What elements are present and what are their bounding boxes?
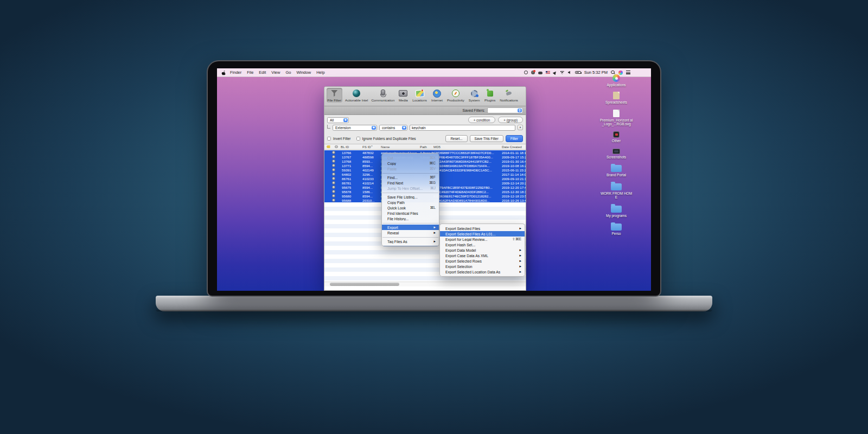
context-menu-item[interactable]: Export xyxy=(382,225,439,230)
toolbar-item[interactable]: Communication xyxy=(371,88,395,103)
context-menu-item[interactable]: Reveal xyxy=(382,230,439,235)
toolbar-item[interactable]: Productivity xyxy=(446,88,465,103)
menu-bar-item[interactable]: Edit xyxy=(259,70,266,75)
column-header[interactable]: Name xyxy=(381,145,420,149)
ignore-folders-checkbox[interactable] xyxy=(356,137,360,141)
context-menu-item[interactable]: Find... ⌘F xyxy=(382,175,439,180)
context-menu-item[interactable]: Find Identical Files xyxy=(382,210,439,216)
column-header[interactable]: Date Created xyxy=(502,145,526,149)
context-menu-item[interactable]: Copy ⌘C xyxy=(382,161,439,166)
context-menu-item[interactable] xyxy=(382,237,438,238)
add-condition-button[interactable]: + condition xyxy=(468,117,496,123)
browser-circle-icon[interactable] xyxy=(524,71,528,74)
toolbar-item-label: Actionable Intel xyxy=(345,98,368,102)
context-menu-item[interactable]: Quick Look ⌘L xyxy=(382,205,439,210)
horizontal-scrollbar[interactable] xyxy=(324,282,526,286)
toolbar-item[interactable]: File Filter xyxy=(327,88,342,103)
toolbar-item[interactable]: System xyxy=(468,88,481,103)
submenu-item[interactable]: Export Hash Set... xyxy=(440,242,525,247)
submenu-item[interactable]: Export Case Data As XML xyxy=(440,253,525,258)
context-menu-item[interactable]: Copy Path xyxy=(382,200,439,205)
context-menu: Cut ⌘X Copy ⌘C Paste ⌘V xyxy=(381,153,439,246)
apple-logo-icon[interactable] xyxy=(221,70,226,75)
toolbar-item[interactable]: Notifications xyxy=(499,88,519,103)
submenu-item[interactable]: Export Selection xyxy=(440,264,525,269)
reset-button[interactable]: Reset... xyxy=(445,135,467,142)
submenu-arrow-icon xyxy=(519,226,521,231)
battery-icon[interactable] xyxy=(575,71,581,74)
red-badge-app-icon[interactable] xyxy=(531,71,535,74)
desktop-icon[interactable]: Other xyxy=(612,131,621,143)
context-menu-item[interactable]: Tag Files As xyxy=(382,239,439,244)
toolbar-item[interactable]: Locations xyxy=(412,88,427,103)
toolbar-item-label: Internet xyxy=(431,98,443,102)
toolbar-icon xyxy=(379,89,387,98)
file-badge-icon xyxy=(332,164,335,167)
column-header[interactable]: BL ID xyxy=(341,145,362,149)
remove-condition-button[interactable]: ✕ xyxy=(518,125,523,130)
desktop-icon[interactable]: Applications xyxy=(607,74,626,87)
context-menu-item[interactable]: Find Next ⌘G xyxy=(382,180,439,186)
context-menu-item[interactable] xyxy=(382,193,438,193)
cloud-icon[interactable] xyxy=(538,72,542,74)
us-flag-icon[interactable] xyxy=(546,71,550,74)
menu-bar-item[interactable]: Window xyxy=(296,70,311,75)
filter-button[interactable]: Filter xyxy=(506,135,523,142)
save-this-filter-button[interactable]: Save This Filter xyxy=(470,135,503,142)
menu-bar-item[interactable]: Finder xyxy=(230,70,241,75)
file-badge-icon xyxy=(332,186,335,189)
desktop-icon[interactable]: Screenshots xyxy=(607,148,626,159)
saved-filters-select[interactable] xyxy=(487,107,523,113)
context-menu-item[interactable] xyxy=(382,173,438,174)
column-header[interactable]: MD5 xyxy=(433,145,502,149)
field-select[interactable]: Extension xyxy=(333,125,377,131)
context-menu-item[interactable]: Jump To Hex Offset... ⌘J xyxy=(382,186,439,191)
toolbar-item[interactable]: Plugins xyxy=(483,88,496,103)
menu-bar-item[interactable]: View xyxy=(271,70,280,75)
toolbar-item[interactable]: Actionable Intel xyxy=(345,88,368,103)
submenu-item[interactable]: Export Selected Location Data As xyxy=(440,269,525,275)
filter-value-input[interactable] xyxy=(410,125,515,131)
context-menu-item[interactable] xyxy=(382,223,438,224)
location-arrow-icon[interactable] xyxy=(552,70,557,74)
submenu-item[interactable]: Export Selected Files xyxy=(440,226,525,231)
desktop-icon[interactable]: My programs xyxy=(606,205,627,218)
scrollbar-thumb[interactable] xyxy=(330,283,399,286)
desktop-icon-label: Screenshots xyxy=(607,155,626,159)
laptop-lid: FinderFileEditViewGoWindowHelp Sun 5:32 … xyxy=(208,61,660,296)
sort-indicator-icon: ^ xyxy=(371,145,373,148)
submenu-item[interactable]: Export Data Model xyxy=(440,247,525,253)
submenu-item[interactable]: Export for Legal Review... ⇧⌘E xyxy=(440,237,525,242)
desktop-icon[interactable]: Spreadsheets xyxy=(605,92,627,105)
context-menu-item[interactable]: Save File Listing... xyxy=(382,194,439,200)
toolbar-item[interactable]: Internet xyxy=(430,88,444,103)
submenu-item[interactable]: Export Selected Files As L01... xyxy=(440,231,525,237)
toolbar-icon xyxy=(470,89,478,98)
menu-list-icon[interactable] xyxy=(626,71,630,74)
desktop-icon[interactable]: Premium_Horizont al_Logo_...RGB.svg xyxy=(599,110,633,127)
column-header[interactable]: Path xyxy=(420,145,433,149)
wifi-icon[interactable] xyxy=(560,71,565,74)
toolbar-item[interactable]: Media xyxy=(398,88,409,103)
add-group-button[interactable]: + (group) xyxy=(498,117,523,123)
menu-bar-item[interactable]: Go xyxy=(285,70,291,75)
desktop-icon[interactable]: Perso xyxy=(611,222,622,236)
tag-column-icon[interactable] xyxy=(324,145,332,148)
desktop-icon-glyph xyxy=(613,92,620,99)
invert-filter-checkbox[interactable] xyxy=(327,137,331,141)
desktop-icon-label: Perso xyxy=(612,232,621,236)
desktop-icon[interactable]: Brand Portal xyxy=(607,164,626,177)
menu-bar-item[interactable]: Help xyxy=(316,70,324,75)
operator-select[interactable]: contains xyxy=(379,125,407,131)
submenu-item[interactable]: Export Selected Rows xyxy=(440,258,525,264)
desktop-icon[interactable]: WORK FROM HOME xyxy=(599,182,633,200)
menu-bar-item[interactable]: File xyxy=(247,70,253,75)
context-menu-item[interactable]: File History... xyxy=(382,216,439,221)
volume-icon[interactable] xyxy=(568,71,572,74)
context-menu-item[interactable]: Paste ⌘V xyxy=(382,166,439,171)
condition-elbow-icon xyxy=(327,125,330,129)
scope-select[interactable]: All xyxy=(327,117,349,123)
context-menu-item[interactable]: Cut ⌘X xyxy=(382,155,439,161)
status-column-icon[interactable] xyxy=(332,145,341,149)
desktop-icon-glyph xyxy=(612,74,620,82)
